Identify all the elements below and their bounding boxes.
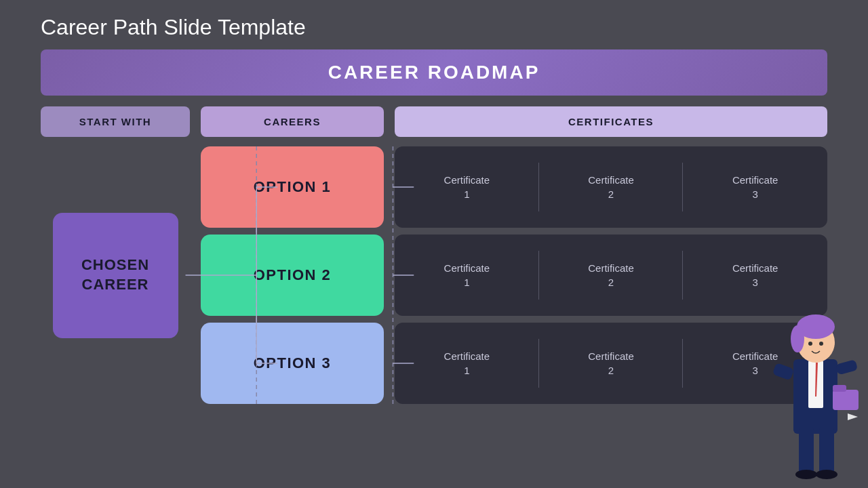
header-certificates: CERTIFICATES bbox=[395, 106, 827, 137]
cert-3-3-label: Certificate3 bbox=[732, 349, 778, 378]
svg-point-20 bbox=[819, 342, 823, 346]
roadmap-banner: CAREER ROADMAP bbox=[41, 49, 827, 96]
svg-rect-11 bbox=[819, 427, 834, 474]
svg-point-12 bbox=[795, 470, 817, 479]
option-3-label: OPTION 3 bbox=[254, 354, 332, 372]
svg-point-18 bbox=[791, 325, 804, 352]
cert-3-1: Certificate1 bbox=[395, 323, 539, 404]
banner-text: CAREER ROADMAP bbox=[328, 62, 540, 83]
option-1-label: OPTION 1 bbox=[254, 178, 332, 196]
cert-row-1: Certificate1 Certificate2 Certificate3 bbox=[395, 146, 827, 228]
cert-2-2: Certificate2 bbox=[539, 235, 684, 316]
cert-1-3: Certificate3 bbox=[683, 146, 827, 228]
svg-marker-25 bbox=[848, 413, 858, 420]
cert-row-2: Certificate1 Certificate2 Certificate3 bbox=[395, 235, 827, 316]
middle-column: OPTION 1 OPTION 2 OPTION 3 bbox=[201, 146, 384, 404]
header-start-with: START WITH bbox=[41, 106, 190, 137]
option-3-box: OPTION 3 bbox=[201, 323, 384, 404]
cert-2-1-label: Certificate1 bbox=[444, 261, 490, 289]
option-1-box: OPTION 1 bbox=[201, 146, 384, 228]
content-area: CHOSENCAREER OPTION 1 OPTION 2 OPTION 3 … bbox=[41, 146, 827, 404]
slide-title: Career Path Slide Template bbox=[0, 0, 868, 49]
right-column: Certificate1 Certificate2 Certificate3 C… bbox=[395, 146, 827, 404]
cert-1-1: Certificate1 bbox=[395, 146, 539, 228]
cert-3-1-label: Certificate1 bbox=[444, 349, 490, 378]
main-container: CAREER ROADMAP START WITH CAREERS CERTIF… bbox=[41, 49, 827, 404]
cert-3-2: Certificate2 bbox=[539, 323, 684, 404]
chosen-career-label: CHOSENCAREER bbox=[81, 256, 149, 294]
header-row: START WITH CAREERS CERTIFICATES bbox=[41, 106, 827, 137]
left-column: CHOSENCAREER bbox=[41, 146, 190, 404]
chosen-career-box: CHOSENCAREER bbox=[53, 213, 178, 338]
header-careers: CAREERS bbox=[201, 106, 384, 137]
cert-1-3-label: Certificate3 bbox=[732, 173, 778, 201]
option-2-box: OPTION 2 bbox=[201, 235, 384, 316]
cert-2-3-label: Certificate3 bbox=[732, 261, 778, 289]
svg-point-19 bbox=[808, 342, 812, 346]
character-illustration bbox=[773, 285, 861, 474]
svg-rect-21 bbox=[773, 363, 794, 380]
svg-rect-22 bbox=[835, 359, 858, 375]
cert-3-2-label: Certificate2 bbox=[588, 349, 634, 378]
option-2-label: OPTION 2 bbox=[254, 266, 332, 284]
svg-rect-23 bbox=[833, 390, 859, 410]
cert-row-3: Certificate1 Certificate2 Certificate3 bbox=[395, 323, 827, 404]
svg-rect-24 bbox=[833, 385, 846, 392]
svg-point-13 bbox=[816, 470, 837, 479]
cert-1-2: Certificate2 bbox=[539, 146, 684, 228]
cert-1-2-label: Certificate2 bbox=[588, 173, 634, 201]
cert-2-1: Certificate1 bbox=[395, 235, 539, 316]
svg-rect-10 bbox=[799, 427, 814, 474]
cert-1-1-label: Certificate1 bbox=[444, 173, 490, 201]
cert-2-2-label: Certificate2 bbox=[588, 261, 634, 289]
character-svg bbox=[773, 285, 861, 481]
